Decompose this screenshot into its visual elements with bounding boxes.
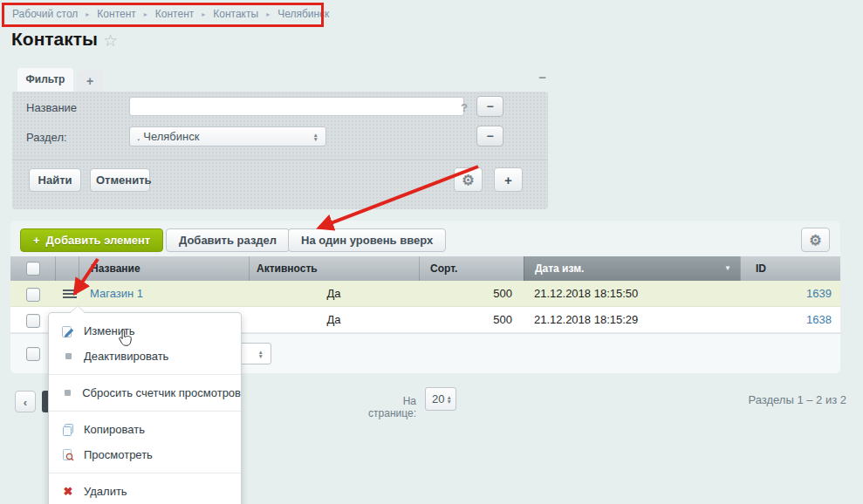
filter-settings-button[interactable]: ⚙ <box>454 167 483 192</box>
menu-item-delete[interactable]: ✖Удалить <box>49 479 241 504</box>
tab-filter[interactable]: Фильтр <box>17 68 73 92</box>
column-header-id[interactable]: ID <box>740 256 840 281</box>
grid-header: Название Активность Сорт. Дата изм.▼ ID <box>10 256 840 281</box>
cell-active: Да <box>249 281 419 307</box>
filter-section-label: Раздел: <box>26 131 67 144</box>
records-range-label: Разделы 1 – 2 из 2 <box>716 393 846 406</box>
select-spinner-icon: ▲▼ <box>313 133 318 141</box>
breadcrumb-item-contacts[interactable]: Контакты <box>213 8 258 20</box>
remove-filter-field-button[interactable]: − <box>476 126 503 146</box>
column-header-sort[interactable]: Сорт. <box>419 256 524 281</box>
filter-footer-divider <box>12 160 548 160</box>
menu-item-reset-counter[interactable]: Сбросить счетчик просмотров <box>49 380 241 405</box>
element-id-link[interactable]: 1638 <box>740 307 832 333</box>
help-icon: ? <box>461 101 468 114</box>
cell-sort: 500 <box>419 307 512 333</box>
row-checkbox[interactable] <box>26 288 40 302</box>
cancel-button[interactable]: Отменить <box>90 168 150 192</box>
filter-section-value: . Челябинск <box>137 130 199 143</box>
menu-item-copy[interactable]: Копировать <box>49 417 241 442</box>
page-title: Контакты <box>11 29 98 50</box>
pagination-prev-button[interactable]: ‹ <box>15 391 36 412</box>
per-page-label: На странице: <box>353 395 416 419</box>
cell-modified: 21.12.2018 18:15:50 <box>534 281 638 307</box>
filter-name-label: Название <box>26 101 77 114</box>
edit-icon <box>59 324 77 338</box>
footer-select-all-checkbox[interactable] <box>26 347 40 361</box>
add-filter-tab-button[interactable]: + <box>77 71 103 92</box>
row-checkbox[interactable] <box>26 314 40 328</box>
per-page-value: 20 <box>432 392 444 405</box>
filter-panel: Фильтр + − Название ? − Раздел: . Челяби… <box>12 68 548 209</box>
row-menu-icon[interactable] <box>63 289 77 300</box>
favorite-star-icon[interactable]: ☆ <box>103 31 118 51</box>
breadcrumb-separator-icon: ▸ <box>136 10 155 18</box>
per-page-select[interactable]: 20 ▲▼ <box>425 387 456 411</box>
menu-item-preview[interactable]: Просмотреть <box>49 442 241 467</box>
menu-separator <box>49 411 241 412</box>
plus-icon: + <box>33 234 40 247</box>
menu-separator <box>49 473 241 473</box>
menu-item-deactivate[interactable]: Деактивировать <box>49 344 241 369</box>
sort-desc-icon: ▼ <box>724 256 731 281</box>
column-header-modified[interactable]: Дата изм.▼ <box>524 256 740 281</box>
breadcrumb-item-content1[interactable]: Контент <box>97 8 135 20</box>
grid-settings-button[interactable]: ⚙ <box>801 228 830 252</box>
cell-sort: 500 <box>419 281 512 307</box>
copy-icon <box>59 423 77 437</box>
cell-active: Да <box>249 307 419 333</box>
filter-section-select[interactable]: . Челябинск ▲▼ <box>129 126 326 146</box>
breadcrumb-separator-icon: ▸ <box>78 10 97 18</box>
breadcrumb-item-chelyabinsk[interactable]: Челябинск <box>277 8 329 20</box>
select-spinner-icon: ▲▼ <box>447 395 452 404</box>
filter-add-button[interactable]: + <box>494 167 523 192</box>
gear-icon: ⚙ <box>462 173 474 187</box>
breadcrumb: Рабочий стол▸Контент▸Контент▸Контакты▸Че… <box>12 8 329 20</box>
up-one-level-button[interactable]: На один уровень вверх <box>288 228 446 252</box>
remove-filter-field-button[interactable]: − <box>476 96 503 117</box>
breadcrumb-item-desktop[interactable]: Рабочий стол <box>12 8 78 20</box>
table-row: Магазин 1 Да 500 21.12.2018 18:15:50 163… <box>10 281 840 307</box>
select-all-checkbox[interactable] <box>26 262 40 276</box>
find-button[interactable]: Найти <box>29 168 81 192</box>
select-spinner-icon: ▲▼ <box>258 350 264 358</box>
row-context-menu: Изменить Деактивировать Сбросить счетчик… <box>48 312 242 504</box>
gear-icon: ⚙ <box>809 233 821 248</box>
header-menu-cell <box>55 256 79 281</box>
element-name-link[interactable]: Магазин 1 <box>90 281 143 307</box>
delete-icon: ✖ <box>59 485 77 498</box>
bullet-icon <box>59 390 75 396</box>
breadcrumb-separator-icon: ▸ <box>194 10 213 18</box>
filter-collapse-icon[interactable]: − <box>538 70 546 85</box>
admin-page: Рабочий стол▸Контент▸Контент▸Контакты▸Че… <box>0 0 863 504</box>
filter-name-input[interactable] <box>129 97 464 116</box>
element-id-link[interactable]: 1639 <box>740 281 832 307</box>
breadcrumb-separator-icon: ▸ <box>258 10 277 18</box>
breadcrumb-item-content2[interactable]: Контент <box>155 8 194 20</box>
menu-item-edit[interactable]: Изменить <box>49 318 241 344</box>
add-element-button[interactable]: +Добавить элемент <box>20 228 163 252</box>
header-checkbox-cell <box>10 256 55 281</box>
bullet-icon <box>59 353 77 359</box>
add-section-button[interactable]: Добавить раздел <box>166 228 290 252</box>
column-header-name[interactable]: Название <box>79 256 249 281</box>
menu-separator <box>49 374 241 375</box>
cell-modified: 21.12.2018 18:15:29 <box>534 307 638 333</box>
menu-caret <box>71 306 85 313</box>
column-header-active[interactable]: Активность <box>249 256 419 281</box>
preview-icon <box>59 448 77 462</box>
